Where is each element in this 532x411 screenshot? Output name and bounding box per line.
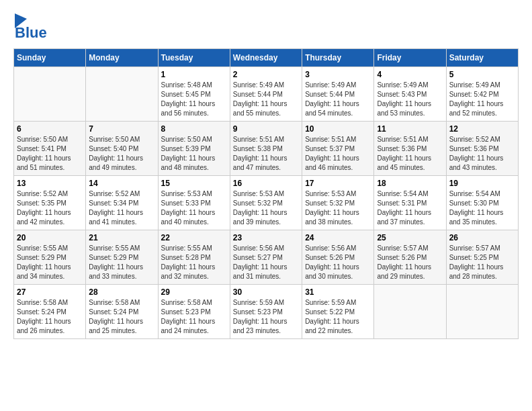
- calendar-cell: 22Sunrise: 5:55 AMSunset: 5:28 PMDayligh…: [158, 230, 230, 285]
- calendar-cell: 23Sunrise: 5:56 AMSunset: 5:27 PMDayligh…: [230, 230, 302, 285]
- day-number: 1: [161, 70, 227, 79]
- day-info: Sunrise: 5:58 AMSunset: 5:24 PMDaylight:…: [89, 298, 154, 336]
- calendar-cell: 2Sunrise: 5:49 AMSunset: 5:44 PMDaylight…: [230, 67, 302, 122]
- calendar-cell: 18Sunrise: 5:54 AMSunset: 5:31 PMDayligh…: [374, 176, 446, 230]
- calendar-cell: 24Sunrise: 5:56 AMSunset: 5:26 PMDayligh…: [302, 230, 374, 285]
- day-info: Sunrise: 5:57 AMSunset: 5:26 PMDaylight:…: [377, 244, 443, 281]
- calendar-cell: 5Sunrise: 5:49 AMSunset: 5:42 PMDaylight…: [446, 67, 518, 122]
- day-info: Sunrise: 5:52 AMSunset: 5:34 PMDaylight:…: [89, 189, 154, 227]
- day-info: Sunrise: 5:51 AMSunset: 5:38 PMDaylight:…: [233, 135, 299, 173]
- day-number: 6: [17, 124, 83, 134]
- day-info: Sunrise: 5:48 AMSunset: 5:45 PMDaylight:…: [161, 81, 227, 118]
- day-number: 20: [17, 233, 83, 242]
- day-number: 13: [17, 179, 83, 188]
- day-number: 25: [377, 233, 443, 242]
- day-info: Sunrise: 5:50 AMSunset: 5:39 PMDaylight:…: [161, 135, 227, 173]
- calendar-cell: 25Sunrise: 5:57 AMSunset: 5:26 PMDayligh…: [374, 230, 446, 285]
- calendar-cell: 26Sunrise: 5:57 AMSunset: 5:25 PMDayligh…: [446, 230, 518, 285]
- calendar-cell: 8Sunrise: 5:50 AMSunset: 5:39 PMDaylight…: [158, 122, 230, 176]
- day-number: 5: [449, 70, 515, 79]
- day-number: 17: [305, 179, 371, 188]
- calendar-cell: [374, 285, 446, 339]
- calendar-header-row: SundayMondayTuesdayWednesdayThursdayFrid…: [14, 49, 519, 67]
- day-info: Sunrise: 5:49 AMSunset: 5:44 PMDaylight:…: [233, 81, 299, 118]
- day-number: 15: [161, 179, 227, 188]
- day-number: 2: [233, 70, 299, 79]
- calendar-cell: 1Sunrise: 5:48 AMSunset: 5:45 PMDaylight…: [158, 67, 230, 122]
- calendar-cell: 6Sunrise: 5:50 AMSunset: 5:41 PMDaylight…: [14, 122, 86, 176]
- calendar-cell: 15Sunrise: 5:53 AMSunset: 5:33 PMDayligh…: [158, 176, 230, 230]
- day-number: 22: [161, 233, 227, 242]
- day-number: 27: [17, 287, 83, 297]
- day-number: 19: [449, 179, 515, 188]
- day-number: 11: [377, 124, 443, 134]
- logo: Blue: [13, 13, 47, 42]
- calendar-cell: 17Sunrise: 5:53 AMSunset: 5:32 PMDayligh…: [302, 176, 374, 230]
- col-header-tuesday: Tuesday: [158, 49, 230, 67]
- calendar-week-row: 6Sunrise: 5:50 AMSunset: 5:41 PMDaylight…: [14, 122, 519, 176]
- day-info: Sunrise: 5:49 AMSunset: 5:44 PMDaylight:…: [305, 81, 371, 118]
- day-number: 30: [233, 287, 299, 297]
- calendar-cell: [86, 67, 158, 122]
- day-number: 16: [233, 179, 299, 188]
- col-header-sunday: Sunday: [14, 49, 86, 67]
- calendar-cell: 30Sunrise: 5:59 AMSunset: 5:23 PMDayligh…: [230, 285, 302, 339]
- day-number: 9: [233, 124, 299, 134]
- day-info: Sunrise: 5:50 AMSunset: 5:41 PMDaylight:…: [17, 135, 83, 173]
- day-number: 8: [161, 124, 227, 134]
- day-info: Sunrise: 5:53 AMSunset: 5:32 PMDaylight:…: [305, 189, 371, 227]
- col-header-thursday: Thursday: [302, 49, 374, 67]
- calendar-cell: 12Sunrise: 5:52 AMSunset: 5:36 PMDayligh…: [446, 122, 518, 176]
- day-info: Sunrise: 5:59 AMSunset: 5:22 PMDaylight:…: [305, 298, 371, 336]
- day-info: Sunrise: 5:57 AMSunset: 5:25 PMDaylight:…: [449, 244, 515, 281]
- calendar-cell: [446, 285, 518, 339]
- calendar-week-row: 13Sunrise: 5:52 AMSunset: 5:35 PMDayligh…: [14, 176, 519, 230]
- day-info: Sunrise: 5:53 AMSunset: 5:33 PMDaylight:…: [161, 189, 227, 227]
- day-number: 3: [305, 70, 371, 79]
- day-info: Sunrise: 5:58 AMSunset: 5:23 PMDaylight:…: [161, 298, 227, 336]
- day-info: Sunrise: 5:53 AMSunset: 5:32 PMDaylight:…: [233, 189, 299, 227]
- calendar-week-row: 20Sunrise: 5:55 AMSunset: 5:29 PMDayligh…: [14, 230, 519, 285]
- calendar-cell: 14Sunrise: 5:52 AMSunset: 5:34 PMDayligh…: [86, 176, 158, 230]
- calendar-cell: 31Sunrise: 5:59 AMSunset: 5:22 PMDayligh…: [302, 285, 374, 339]
- day-info: Sunrise: 5:49 AMSunset: 5:43 PMDaylight:…: [377, 81, 443, 118]
- day-number: 4: [377, 70, 443, 79]
- calendar-cell: 20Sunrise: 5:55 AMSunset: 5:29 PMDayligh…: [14, 230, 86, 285]
- calendar-cell: 10Sunrise: 5:51 AMSunset: 5:37 PMDayligh…: [302, 122, 374, 176]
- day-number: 7: [89, 124, 154, 134]
- calendar-cell: 4Sunrise: 5:49 AMSunset: 5:43 PMDaylight…: [374, 67, 446, 122]
- day-info: Sunrise: 5:59 AMSunset: 5:23 PMDaylight:…: [233, 298, 299, 336]
- day-info: Sunrise: 5:51 AMSunset: 5:37 PMDaylight:…: [305, 135, 371, 173]
- col-header-wednesday: Wednesday: [230, 49, 302, 67]
- calendar-cell: 3Sunrise: 5:49 AMSunset: 5:44 PMDaylight…: [302, 67, 374, 122]
- day-info: Sunrise: 5:52 AMSunset: 5:36 PMDaylight:…: [449, 135, 515, 173]
- calendar-cell: 21Sunrise: 5:55 AMSunset: 5:29 PMDayligh…: [86, 230, 158, 285]
- day-info: Sunrise: 5:55 AMSunset: 5:29 PMDaylight:…: [17, 244, 83, 281]
- day-number: 12: [449, 124, 515, 134]
- day-number: 14: [89, 179, 154, 188]
- calendar-week-row: 1Sunrise: 5:48 AMSunset: 5:45 PMDaylight…: [14, 67, 519, 122]
- calendar-table: SundayMondayTuesdayWednesdayThursdayFrid…: [13, 48, 519, 339]
- day-number: 18: [377, 179, 443, 188]
- col-header-friday: Friday: [374, 49, 446, 67]
- day-number: 26: [449, 233, 515, 242]
- day-number: 21: [89, 233, 154, 242]
- calendar-cell: 27Sunrise: 5:58 AMSunset: 5:24 PMDayligh…: [14, 285, 86, 339]
- day-number: 29: [161, 287, 227, 297]
- day-info: Sunrise: 5:52 AMSunset: 5:35 PMDaylight:…: [17, 189, 83, 227]
- day-number: 24: [305, 233, 371, 242]
- day-number: 31: [305, 287, 371, 297]
- col-header-monday: Monday: [86, 49, 158, 67]
- day-number: 28: [89, 287, 154, 297]
- day-info: Sunrise: 5:56 AMSunset: 5:27 PMDaylight:…: [233, 244, 299, 281]
- calendar-cell: [14, 67, 86, 122]
- calendar-cell: 7Sunrise: 5:50 AMSunset: 5:40 PMDaylight…: [86, 122, 158, 176]
- calendar-cell: 13Sunrise: 5:52 AMSunset: 5:35 PMDayligh…: [14, 176, 86, 230]
- calendar-cell: 16Sunrise: 5:53 AMSunset: 5:32 PMDayligh…: [230, 176, 302, 230]
- col-header-saturday: Saturday: [446, 49, 518, 67]
- calendar-week-row: 27Sunrise: 5:58 AMSunset: 5:24 PMDayligh…: [14, 285, 519, 339]
- day-info: Sunrise: 5:55 AMSunset: 5:29 PMDaylight:…: [89, 244, 154, 281]
- logo-blue-text: Blue: [13, 24, 47, 42]
- page-header: Blue: [13, 13, 519, 42]
- calendar-cell: 28Sunrise: 5:58 AMSunset: 5:24 PMDayligh…: [86, 285, 158, 339]
